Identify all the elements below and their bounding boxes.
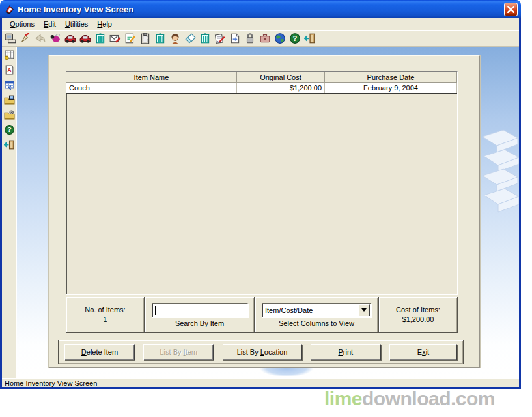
cell-item-name: Couch xyxy=(66,83,237,93)
write-toolbar-button[interactable] xyxy=(19,32,32,45)
help-icon: ? xyxy=(4,124,15,135)
watermark-lime: lime xyxy=(324,388,362,409)
menu-bar: Options Edit Utilities Help xyxy=(2,18,519,31)
undo-toolbar-button[interactable] xyxy=(34,32,47,45)
bug-toolbar-button[interactable] xyxy=(49,32,62,45)
main-panel: Item Name Original Cost Purchase Date Co… xyxy=(49,55,480,368)
delete-item-button[interactable]: Delete Item xyxy=(64,344,135,360)
button-bar: Delete Item List By Item List By Locatio… xyxy=(58,340,464,364)
print-button[interactable]: Print xyxy=(311,344,381,360)
search-by-item-input[interactable] xyxy=(152,303,248,317)
building-icon xyxy=(199,33,211,44)
menu-help[interactable]: Help xyxy=(92,19,117,29)
inventory-table: Item Name Original Cost Purchase Date Co… xyxy=(66,71,458,295)
items-count-box: No. of Items: 1 xyxy=(66,297,145,333)
title-bar: Home Inventory View Screen xyxy=(0,0,521,18)
menu-options[interactable]: Options xyxy=(5,19,39,29)
list-by-location-button[interactable]: List By Location xyxy=(223,344,302,360)
svg-text:A: A xyxy=(7,66,12,73)
building-icon xyxy=(94,33,106,44)
hand-cards-icon xyxy=(184,33,196,44)
client-area: A ? xyxy=(2,47,519,378)
bug-icon xyxy=(49,33,61,44)
exit-button[interactable]: Exit xyxy=(389,344,457,360)
window-title: Home Inventory View Screen xyxy=(18,5,133,14)
app-window: Home Inventory View Screen Options Edit … xyxy=(0,0,521,389)
font-a-icon: A xyxy=(4,64,15,75)
watermark-rest: download.com xyxy=(362,388,495,409)
watermark: limedownload.com xyxy=(324,388,495,410)
person-toolbar-button[interactable] xyxy=(169,32,182,45)
table-header-row: Item Name Original Cost Purchase Date xyxy=(66,72,457,83)
side-toolbar: A ? xyxy=(2,47,17,378)
dropdown-button[interactable] xyxy=(358,304,370,316)
globe-toolbar-button[interactable] xyxy=(273,32,287,45)
grid-side-button[interactable] xyxy=(3,49,15,61)
page-icon xyxy=(229,33,241,44)
list-by-item-button: List By Item xyxy=(143,344,214,360)
car-icon xyxy=(64,33,76,44)
text-caret xyxy=(155,306,156,315)
column-header-original-cost: Original Cost xyxy=(237,72,325,82)
chevron-down-icon xyxy=(361,308,367,312)
hand-pen-icon xyxy=(20,33,31,44)
help-icon: ? xyxy=(289,33,301,44)
columns-select-value: Item/Cost/Date xyxy=(262,304,357,317)
briefcase-icon xyxy=(259,33,271,44)
briefcase-toolbar-button[interactable] xyxy=(259,32,272,45)
envelope-pen-icon xyxy=(109,33,121,44)
exit-toolbar-button[interactable] xyxy=(303,32,316,45)
spreadsheet-grid-icon xyxy=(4,49,15,61)
cost-total-value: $1,200.00 xyxy=(402,315,434,325)
clipboard-icon xyxy=(139,33,151,44)
background-arc-graphic xyxy=(251,368,322,376)
status-bar: Home Inventory View Screen xyxy=(2,378,519,387)
folder-tools-icon xyxy=(4,109,15,120)
note-edit-icon xyxy=(124,33,136,44)
font-side-button[interactable]: A xyxy=(3,64,15,75)
building-icon xyxy=(154,33,166,44)
envelope-toolbar-button[interactable] xyxy=(109,32,122,45)
folder-tools-side-button[interactable] xyxy=(3,109,15,120)
exit-door-icon xyxy=(4,139,15,150)
print-icon xyxy=(5,33,16,44)
table-row[interactable]: Couch $1,200.00 February 9, 2004 xyxy=(66,83,457,94)
svg-text:?: ? xyxy=(293,34,298,42)
note-edit-toolbar-button[interactable] xyxy=(124,32,137,45)
building3-toolbar-button[interactable] xyxy=(199,32,212,45)
hand-cards-toolbar-button[interactable] xyxy=(184,32,197,45)
column-header-item-name: Item Name xyxy=(66,72,237,82)
sign-document-icon xyxy=(214,33,226,44)
page-turn-toolbar-button[interactable] xyxy=(229,32,242,45)
padlock-icon xyxy=(244,33,256,44)
folder-display-side-button[interactable] xyxy=(3,94,15,105)
columns-select-dropdown[interactable]: Item/Cost/Date xyxy=(262,303,371,317)
close-icon xyxy=(507,6,514,13)
toolbar: ? xyxy=(2,31,519,47)
sign-document-toolbar-button[interactable] xyxy=(214,32,227,45)
car2-toolbar-button[interactable] xyxy=(79,32,92,45)
search-by-item-label: Search By Item xyxy=(175,319,224,327)
help-toolbar-button[interactable]: ? xyxy=(288,32,301,45)
exit-side-button[interactable] xyxy=(3,139,15,150)
close-button[interactable] xyxy=(504,3,518,16)
building2-toolbar-button[interactable] xyxy=(154,32,167,45)
desktop: Home Inventory View Screen Options Edit … xyxy=(0,0,532,417)
padlock-toolbar-button[interactable] xyxy=(244,32,257,45)
globe-icon xyxy=(274,33,286,44)
cell-original-cost: $1,200.00 xyxy=(237,83,325,93)
print-toolbar-button[interactable] xyxy=(4,32,17,45)
table-view-side-button[interactable] xyxy=(3,79,15,90)
items-count-value: 1 xyxy=(103,315,107,325)
folder-display-icon xyxy=(4,94,15,105)
clipboard-toolbar-button[interactable] xyxy=(139,32,152,45)
building-toolbar-button[interactable] xyxy=(94,32,107,45)
menu-utilities[interactable]: Utilities xyxy=(61,19,92,29)
cost-total-label: Cost of Items: xyxy=(396,305,440,315)
car-toolbar-button[interactable] xyxy=(64,32,77,45)
column-header-purchase-date: Purchase Date xyxy=(325,72,457,82)
window-body: Options Edit Utilities Help xyxy=(0,18,521,389)
menu-edit[interactable]: Edit xyxy=(39,19,61,29)
help-side-button[interactable]: ? xyxy=(3,124,15,135)
table-view-icon xyxy=(4,79,15,90)
